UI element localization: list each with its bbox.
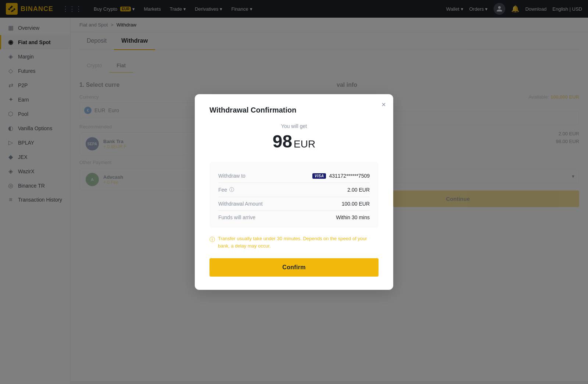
detail-value-withdraw-to: VISA 431172******7509 (312, 173, 370, 179)
you-will-get-currency: EUR (294, 138, 315, 150)
detail-row-fee: Fee ⓘ 2.00 EUR (218, 183, 370, 197)
modal-title: Withdrawal Confirmation (209, 106, 379, 114)
detail-row-withdraw-to: Withdraw to VISA 431172******7509 (218, 169, 370, 183)
detail-row-funds-arrive: Funds will arrive Within 30 mins (218, 211, 370, 220)
modal-notice: ⓘ Transfer usually take under 30 minutes… (209, 235, 379, 249)
notice-text: Transfer usually take under 30 minutes. … (218, 235, 379, 249)
detail-value-funds-arrive: Within 30 mins (336, 214, 370, 220)
detail-label-withdraw-to: Withdraw to (218, 173, 245, 179)
fee-info-icon[interactable]: ⓘ (229, 186, 234, 193)
visa-badge: VISA (312, 173, 326, 179)
detail-label-withdrawal-amount: Withdrawal Amount (218, 201, 263, 207)
you-will-get-label: You will get (209, 123, 379, 129)
detail-value-fee: 2.00 EUR (347, 187, 370, 193)
detail-row-withdrawal-amount: Withdrawal Amount 100.00 EUR (218, 197, 370, 211)
modal-details: Withdraw to VISA 431172******7509 Fee ⓘ … (209, 162, 379, 228)
detail-label-funds-arrive: Funds will arrive (218, 214, 255, 220)
you-will-get-section: You will get 98 EUR (209, 123, 379, 152)
confirm-button[interactable]: Confirm (209, 258, 379, 277)
notice-info-icon: ⓘ (209, 235, 215, 244)
you-will-get-number: 98 (273, 132, 292, 151)
detail-label-fee: Fee ⓘ (218, 186, 234, 193)
detail-value-withdrawal-amount: 100.00 EUR (342, 201, 370, 207)
you-will-get-amount-row: 98 EUR (209, 131, 379, 152)
modal-overlay: × Withdrawal Confirmation You will get 9… (0, 0, 588, 384)
modal-close-button[interactable]: × (381, 101, 386, 108)
withdrawal-confirmation-modal: × Withdrawal Confirmation You will get 9… (195, 94, 393, 290)
